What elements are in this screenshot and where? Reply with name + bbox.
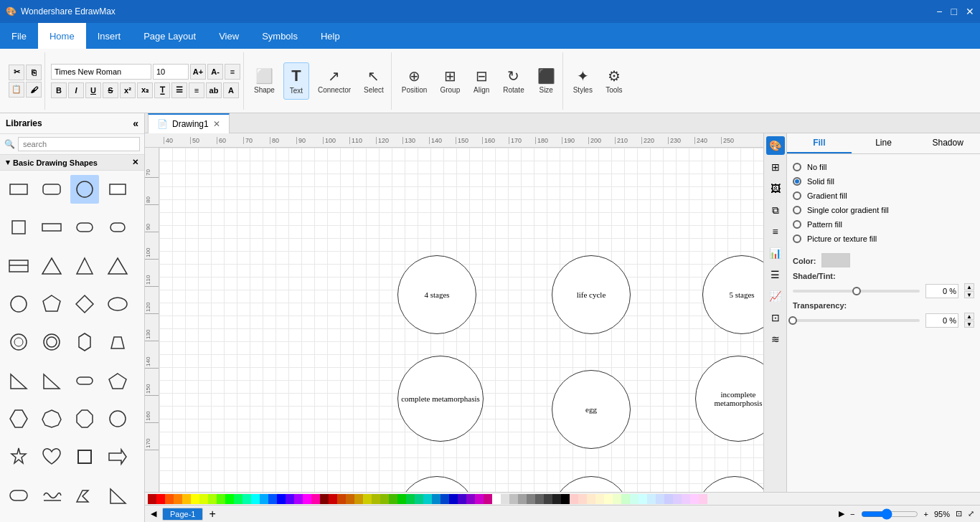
palette-color[interactable] <box>208 494 217 504</box>
shape-octagon[interactable] <box>70 404 99 433</box>
menu-view[interactable]: View <box>207 23 250 49</box>
palette-color[interactable] <box>354 494 363 504</box>
palette-color[interactable] <box>311 494 320 504</box>
section-close-icon[interactable]: ✕ <box>132 158 138 167</box>
window-controls[interactable]: − □ ✕ <box>936 6 974 17</box>
menu-symbols[interactable]: Symbols <box>250 23 309 49</box>
close-btn[interactable]: ✕ <box>966 6 974 17</box>
palette-color[interactable] <box>492 494 501 504</box>
underline-btn[interactable]: U <box>85 82 101 98</box>
palette-color[interactable] <box>475 494 484 504</box>
palette-color[interactable] <box>191 494 199 504</box>
palette-color[interactable] <box>561 494 570 504</box>
shape-heptagon[interactable] <box>37 404 66 433</box>
palette-color[interactable] <box>234 494 242 504</box>
palette-color[interactable] <box>363 494 372 504</box>
diagram-circle-c1[interactable]: 4 stages <box>397 255 476 334</box>
shape-wide-rect[interactable] <box>37 213 66 242</box>
shape-rectangle[interactable] <box>4 175 33 204</box>
fill-no-fill[interactable]: No fill <box>793 160 974 174</box>
palette-color[interactable] <box>587 494 595 504</box>
palette-color[interactable] <box>527 494 535 504</box>
shade-slider[interactable] <box>793 290 920 293</box>
format-painter-btn[interactable]: 🖌 <box>26 82 42 98</box>
fill-picture[interactable]: Picture or texture fill <box>793 232 974 246</box>
diagram-circle-c4[interactable]: complete metamorphasis <box>397 356 484 442</box>
palette-color[interactable] <box>501 494 509 504</box>
shape-rect-outline[interactable] <box>103 175 132 204</box>
subscript-btn[interactable]: x₂ <box>137 82 153 98</box>
shape-triangle[interactable] <box>37 252 66 280</box>
palette-color[interactable] <box>699 494 707 504</box>
shape-ellipse[interactable] <box>103 290 132 318</box>
tab-drawing1[interactable]: 📄 Drawing1 ✕ <box>148 113 230 133</box>
palette-color[interactable] <box>217 494 225 504</box>
fit-page-btn[interactable]: ⊡ <box>956 509 962 518</box>
position-btn[interactable]: ⊕ Position <box>397 62 432 100</box>
strikethrough-btn[interactable]: S <box>103 82 118 98</box>
palette-color[interactable] <box>458 494 466 504</box>
shape-circle[interactable] <box>70 175 99 204</box>
palette-color[interactable] <box>535 494 544 504</box>
font-grow-btn[interactable]: A+ <box>190 64 206 80</box>
shape-header[interactable] <box>4 252 33 280</box>
palette-color[interactable] <box>673 494 682 504</box>
palette-color[interactable] <box>225 494 234 504</box>
shape-hexagon[interactable] <box>70 328 99 356</box>
bold-btn[interactable]: B <box>51 82 67 98</box>
transparency-up-btn[interactable]: ▲ <box>964 313 974 320</box>
palette-color[interactable] <box>509 494 518 504</box>
palette-color[interactable] <box>664 494 673 504</box>
palette-color[interactable] <box>329 494 337 504</box>
palette-color[interactable] <box>337 494 346 504</box>
menu-file[interactable]: File <box>0 23 38 49</box>
palette-color[interactable] <box>578 494 587 504</box>
play-btn[interactable]: ▶ <box>839 509 844 518</box>
shape-circle3[interactable] <box>103 404 132 433</box>
shape-diamond[interactable] <box>70 290 99 318</box>
font-name-input[interactable] <box>51 64 151 80</box>
cut-btn[interactable]: ✂ <box>9 65 24 80</box>
palette-color[interactable] <box>260 494 268 504</box>
palette-color[interactable] <box>148 494 156 504</box>
tools-btn[interactable]: ⚙ Tools <box>601 62 627 100</box>
page-nav-prev[interactable]: ◀ <box>151 509 156 518</box>
palette-color[interactable] <box>268 494 277 504</box>
palette-color[interactable] <box>621 494 630 504</box>
radio-single-gradient[interactable] <box>793 206 801 214</box>
palette-color[interactable] <box>346 494 354 504</box>
menu-page-layout[interactable]: Page Layout <box>132 23 207 49</box>
fill-gradient[interactable]: Gradient fill <box>793 189 974 203</box>
shape-diamond2[interactable] <box>103 366 132 395</box>
palette-color[interactable] <box>199 494 208 504</box>
palette-color[interactable] <box>294 494 303 504</box>
zoom-slider[interactable] <box>861 508 918 520</box>
palette-color[interactable] <box>320 494 329 504</box>
shade-slider-thumb[interactable] <box>852 287 861 295</box>
palette-color[interactable] <box>647 494 656 504</box>
select-btn[interactable]: ↖ Select <box>359 62 388 100</box>
palette-color[interactable] <box>440 494 449 504</box>
add-page-btn[interactable]: + <box>209 508 215 521</box>
palette-color[interactable] <box>277 494 286 504</box>
shape-btn[interactable]: ⬜ Shape <box>250 62 279 100</box>
shape-square2[interactable] <box>70 442 99 471</box>
collapse-btn[interactable]: « <box>133 118 138 129</box>
palette-color[interactable] <box>682 494 690 504</box>
fill-solid[interactable]: Solid fill <box>793 174 974 189</box>
palette-color[interactable] <box>182 494 191 504</box>
shape-shadow-rect[interactable] <box>103 213 132 242</box>
text-case-btn[interactable]: T̲ <box>154 82 170 98</box>
minimize-btn[interactable]: − <box>936 6 942 17</box>
transparency-value-input[interactable] <box>925 313 958 328</box>
page-tab-1[interactable]: Page-1 <box>162 508 203 521</box>
zoom-out-btn[interactable]: − <box>850 510 854 518</box>
search-input[interactable] <box>18 137 140 151</box>
shape-trapezoid[interactable] <box>103 328 132 356</box>
shade-down-btn[interactable]: ▼ <box>964 291 974 298</box>
copy-btn[interactable]: ⎘ <box>26 65 42 80</box>
fill-properties-btn[interactable]: 🎨 <box>766 136 785 155</box>
palette-color[interactable] <box>423 494 432 504</box>
palette-color[interactable] <box>630 494 639 504</box>
paste-btn[interactable]: 📋 <box>9 82 24 98</box>
